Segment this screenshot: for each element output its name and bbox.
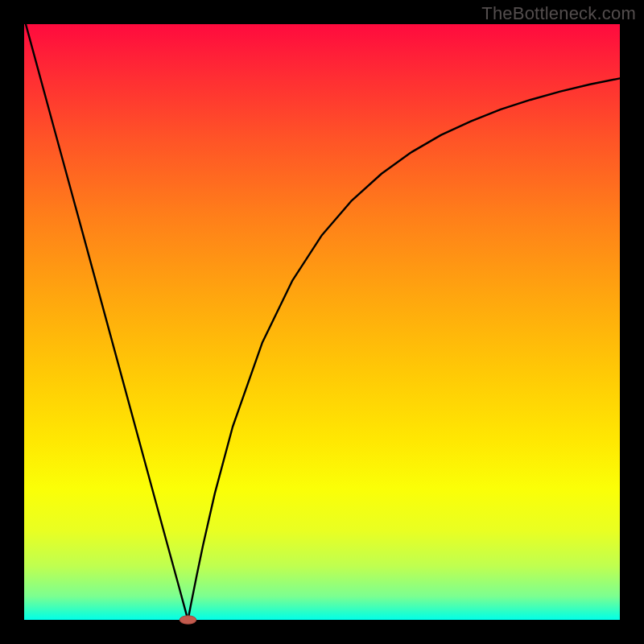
plot-area — [24, 24, 620, 620]
curve-right-branch — [188, 78, 621, 620]
curve-left-branch — [24, 19, 188, 620]
chart-svg — [24, 24, 620, 620]
watermark-text: TheBottleneck.com — [481, 3, 636, 24]
minimum-marker — [180, 616, 196, 624]
chart-frame: TheBottleneck.com — [0, 0, 644, 644]
